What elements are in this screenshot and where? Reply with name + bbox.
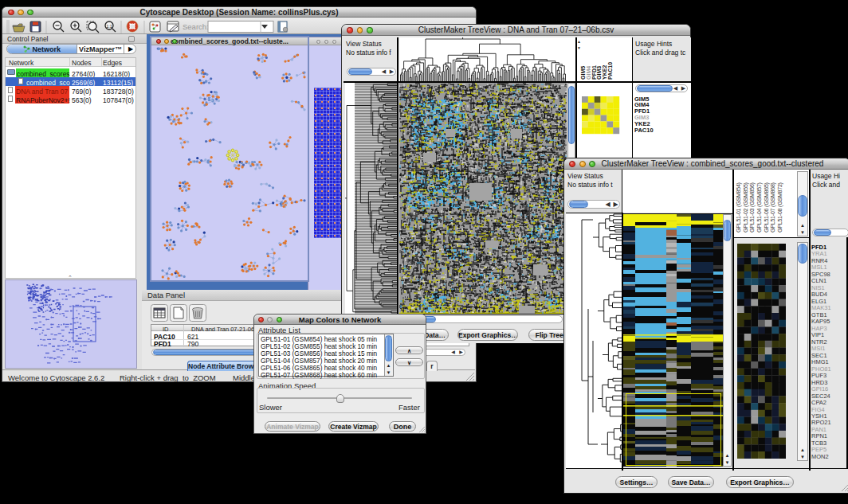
svg-text:Search:: Search: bbox=[183, 22, 209, 31]
svg-text:1:1: 1:1 bbox=[106, 24, 112, 29]
